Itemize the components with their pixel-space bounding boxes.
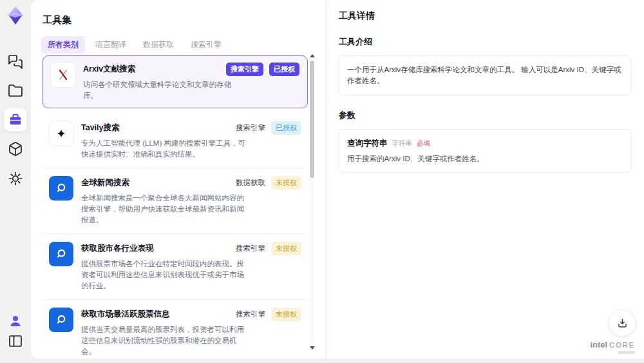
intro-text: 一个用于从Arxiv存储库搜索科学论文和文章的工具。 输入可以是Arxiv ID…: [347, 64, 623, 86]
intro-section-title: 工具介绍: [339, 36, 631, 48]
tool-name: Arxiv文献搜索: [83, 64, 135, 75]
tab-translation[interactable]: 语言翻译: [89, 36, 133, 54]
folder-icon[interactable]: [8, 83, 23, 99]
intro-box: 一个用于从Arxiv存储库搜索科学论文和文章的工具。 输入可以是Arxiv ID…: [339, 55, 631, 95]
tool-card-tavily[interactable]: ✦ Tavily搜索 搜索引擎 已授权 专为人工智能代理 (LLM) 构建的搜索…: [43, 113, 308, 168]
intel-core-logo: intel CORE: [590, 340, 635, 354]
download-icon: [616, 317, 629, 329]
auth-badge: 未授权: [271, 242, 301, 255]
detail-title: 工具详情: [339, 10, 631, 22]
tool-card-list: Arxiv文献搜索 搜索引擎 已授权 访问各个研究领域大量科学论文和文章的存储库…: [43, 55, 308, 358]
tool-card-main: 获取股市各行业表现 搜索引擎 未授权 提供股票市场各个行业在特定时间段内的表现。…: [81, 242, 301, 291]
tool-name: 全球新闻搜索: [81, 177, 129, 188]
category-label: 搜索引擎: [236, 309, 265, 319]
user-avatar-icon[interactable]: [8, 313, 23, 329]
tool-name: 获取股市各行业表现: [81, 243, 154, 254]
tool-desc: 专为人工智能代理 (LLM) 构建的搜索引擎工具，可快速提供实时、准确和真实的结…: [81, 138, 301, 160]
auth-badge: 已授权: [271, 121, 301, 135]
tab-data-fetch[interactable]: 数据获取: [137, 36, 180, 54]
gear-icon[interactable]: [8, 171, 23, 186]
tool-name: 获取市场最活跃股票信息: [81, 309, 170, 320]
tavily-star-icon: ✦: [49, 121, 73, 146]
app-window: 工具集 所有类别 语言翻译 数据获取 搜索引擎: [0, 0, 644, 363]
intel-sub-badge: [618, 351, 635, 354]
blue-search-bubble-icon: [49, 308, 73, 332]
tool-desc: 全球新闻搜索是一个聚合全球各大新闻网站内容的搜索引擎，帮助用户快速获取全球最新资…: [81, 193, 301, 226]
tool-card-most-active-stocks[interactable]: 获取市场最活跃股票信息 搜索引擎 未授权 提供当天交易量最高的股票列表，投资者可…: [43, 300, 308, 358]
auth-badge: 未授权: [271, 176, 301, 190]
page-title: 工具集: [43, 14, 71, 26]
param-type: 字符串: [392, 139, 413, 148]
panel-toggle-icon[interactable]: [8, 333, 23, 349]
param-name: 查询字符串: [347, 138, 388, 149]
tool-detail-section: 工具详情 工具介绍 一个用于从Arxiv存储库搜索科学论文和文章的工具。 输入可…: [325, 0, 644, 358]
tool-card-global-news[interactable]: 全球新闻搜索 数据获取 未授权 全球新闻搜索是一个聚合全球各大新闻网站内容的搜索…: [43, 168, 308, 234]
category-label: 搜索引擎: [236, 244, 265, 253]
tool-card-arxiv[interactable]: Arxiv文献搜索 搜索引擎 已授权 访问各个研究领域大量科学论文和文章的存储库…: [43, 55, 308, 108]
tool-name: Tavily搜索: [81, 123, 120, 133]
tool-desc: 提供股票市场各个行业在特定时间段内的表现。投资者可以利用这些信息来识别表现优于或…: [81, 259, 301, 291]
download-button[interactable]: [609, 310, 635, 336]
blue-search-bubble-icon: [49, 176, 73, 201]
scrollbar-thumb[interactable]: [310, 61, 314, 178]
tool-card-sector-performance[interactable]: 获取股市各行业表现 搜索引擎 未授权 提供股票市场各个行业在特定时间段内的表现。…: [43, 234, 308, 300]
left-rail: [0, 0, 31, 363]
scroll-up-arrow-icon[interactable]: [310, 54, 315, 57]
chat-icon[interactable]: [8, 54, 23, 70]
core-wordmark: CORE: [609, 342, 635, 349]
category-badge: 搜索引擎: [226, 63, 263, 76]
category-tabs: 所有类别 语言翻译 数据获取 搜索引擎: [41, 36, 228, 54]
tool-card-main: 全球新闻搜索 数据获取 未授权 全球新闻搜索是一个聚合全球各大新闻网站内容的搜索…: [81, 176, 301, 226]
auth-badge: 未授权: [271, 308, 301, 321]
app-logo-icon: [5, 5, 26, 26]
blue-search-bubble-icon: [49, 242, 73, 266]
auth-badge: 已授权: [269, 63, 299, 76]
tool-card-main: Tavily搜索 搜索引擎 已授权 专为人工智能代理 (LLM) 构建的搜索引擎…: [81, 121, 301, 160]
tool-desc: 访问各个研究领域大量科学论文和文章的存储库。: [83, 79, 299, 101]
list-scrollbar[interactable]: [309, 54, 315, 349]
param-required-flag: 必填: [417, 139, 430, 148]
tool-card-main: Arxiv文献搜索 搜索引擎 已授权 访问各个研究领域大量科学论文和文章的存储库…: [83, 63, 299, 101]
scroll-down-arrow-icon[interactable]: [310, 346, 315, 349]
tool-card-main: 获取市场最活跃股票信息 搜索引擎 未授权 提供当天交易量最高的股票列表，投资者可…: [81, 308, 301, 357]
tool-list-section: 工具集 所有类别 语言翻译 数据获取 搜索引擎: [31, 0, 325, 358]
toolbox-icon[interactable]: [4, 108, 27, 132]
tab-search-engine[interactable]: 搜索引擎: [184, 36, 228, 54]
param-box: 查询字符串 字符串 必填 用于搜索的Arxiv ID、关键字或作者姓名。: [339, 129, 631, 173]
tab-all-categories[interactable]: 所有类别: [41, 36, 85, 54]
cube-icon[interactable]: [8, 141, 23, 157]
category-label: 搜索引擎: [236, 123, 265, 133]
intel-wordmark: intel: [590, 340, 607, 349]
tool-desc: 提供当天交易量最高的股票列表，投资者可以利用这些信息来识别流动性强的股票和潜在的…: [81, 324, 301, 357]
category-label: 数据获取: [236, 178, 265, 188]
main-panel: 工具集 所有类别 语言翻译 数据获取 搜索引擎: [31, 0, 644, 358]
params-section-title: 参数: [339, 110, 631, 121]
param-desc: 用于搜索的Arxiv ID、关键字或作者姓名。: [347, 154, 623, 164]
arxiv-icon: [51, 63, 75, 87]
